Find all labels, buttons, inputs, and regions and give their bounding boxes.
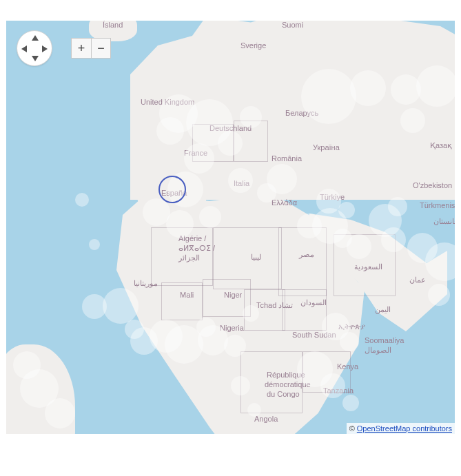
attribution-prefix: © bbox=[349, 424, 357, 433]
country-border bbox=[334, 234, 396, 296]
country-border bbox=[282, 289, 327, 331]
attribution-link[interactable]: OpenStreetMap contributors bbox=[357, 424, 452, 433]
country-border bbox=[161, 282, 203, 320]
map-label: افغانستان bbox=[433, 217, 455, 226]
data-bubble bbox=[342, 395, 359, 411]
country-border bbox=[234, 121, 268, 162]
map-label: Soomaaliya bbox=[365, 336, 404, 344]
data-bubble bbox=[89, 239, 100, 250]
data-bubble bbox=[75, 193, 89, 207]
map-attribution: © OpenStreetMap contributors bbox=[347, 423, 455, 434]
map-label: الصومال bbox=[365, 346, 391, 355]
country-border bbox=[244, 289, 285, 331]
map-label: Türkmenistan bbox=[420, 201, 455, 209]
data-bubble bbox=[388, 197, 407, 216]
data-bubble bbox=[82, 294, 107, 319]
country-border bbox=[303, 351, 351, 393]
country-border bbox=[278, 227, 327, 296]
country-border bbox=[151, 227, 213, 286]
data-bubble bbox=[338, 202, 355, 218]
zoom-out-button[interactable]: − bbox=[91, 39, 110, 58]
zoom-control: + − bbox=[71, 38, 111, 59]
zoom-in-button[interactable]: + bbox=[72, 39, 91, 58]
landmass bbox=[6, 344, 75, 434]
pan-left-button[interactable] bbox=[21, 45, 27, 52]
pan-right-button[interactable] bbox=[42, 45, 48, 52]
country-border bbox=[192, 124, 234, 162]
pan-control bbox=[17, 30, 52, 66]
pan-up-button[interactable] bbox=[32, 35, 39, 41]
pan-down-button[interactable] bbox=[32, 56, 39, 61]
country-border bbox=[240, 351, 303, 413]
map-viewport[interactable]: ÍslandSuomiSverigeUnited KingdomDeutschl… bbox=[6, 21, 455, 434]
